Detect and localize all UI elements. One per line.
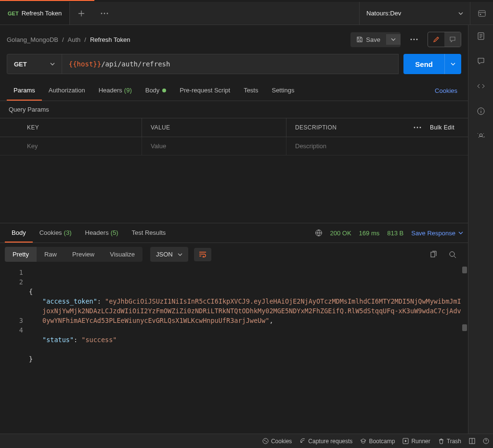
tab-body[interactable]: Body — [139, 81, 173, 101]
send-button[interactable]: Send — [403, 54, 444, 74]
breadcrumb-root[interactable]: Golang_MongoDB — [7, 36, 58, 43]
footer-runner[interactable]: Runner — [402, 438, 430, 445]
cookie-icon — [262, 438, 269, 444]
svg-point-1 — [104, 13, 105, 14]
send-dropdown-button[interactable] — [444, 54, 461, 74]
footer-layout-button[interactable] — [469, 438, 475, 444]
comments-button[interactable] — [477, 57, 485, 65]
footer-cookies[interactable]: Cookies — [262, 438, 292, 445]
line-wrap-button[interactable] — [194, 248, 211, 261]
th-key: KEY — [0, 118, 142, 137]
url-input[interactable]: {{host}}/api/auth/refresh — [62, 54, 399, 74]
breadcrumb-sep: / — [62, 36, 64, 43]
url-path: /api/auth/refresh — [101, 60, 170, 68]
chevron-down-icon — [178, 253, 182, 256]
resp-tab-body[interactable]: Body — [5, 223, 33, 243]
footer-help-button[interactable] — [483, 438, 489, 444]
footer-trash[interactable]: Trash — [438, 438, 461, 445]
tab-headers[interactable]: Headers (9) — [92, 81, 139, 101]
footer-bootcamp[interactable]: Bootcamp — [360, 438, 395, 445]
resp-tab-headers[interactable]: Headers (5) — [78, 223, 125, 243]
tab-authorization[interactable]: Authorization — [42, 81, 92, 101]
view-preview[interactable]: Preview — [65, 247, 102, 262]
pencil-icon — [433, 36, 440, 43]
breadcrumb-folder[interactable]: Auth — [68, 36, 81, 43]
environment-selector[interactable]: Natours:Dev — [359, 2, 470, 25]
response-size: 813 B — [387, 230, 403, 237]
body-modified-dot — [162, 89, 166, 92]
environment-name: Natours:Dev — [366, 10, 401, 17]
tab-tests[interactable]: Tests — [237, 81, 265, 101]
response-time: 169 ms — [359, 230, 380, 237]
resp-tab-cookies[interactable]: Cookies (3) — [33, 223, 78, 243]
svg-rect-12 — [431, 252, 435, 257]
resp-tab-test-results[interactable]: Test Results — [125, 223, 173, 243]
help-icon — [483, 438, 489, 444]
tab-overflow-button[interactable] — [93, 2, 116, 25]
response-body[interactable]: { "access_token": "eyJhbGciOiJSUzI1NiIsI… — [29, 266, 468, 434]
panes-icon — [469, 438, 475, 444]
svg-point-8 — [414, 127, 415, 128]
svg-point-7 — [416, 39, 418, 40]
comment-mode-button[interactable] — [444, 32, 461, 47]
network-icon[interactable] — [315, 229, 323, 237]
svg-point-2 — [107, 13, 108, 14]
svg-point-19 — [266, 441, 267, 442]
copy-icon — [429, 251, 437, 258]
th-value: VALUE — [142, 118, 286, 137]
view-visualize[interactable]: Visualize — [102, 247, 143, 262]
view-raw[interactable]: Raw — [37, 247, 65, 262]
http-method-label: GET — [14, 61, 27, 68]
svg-point-20 — [301, 442, 302, 443]
response-status: 200 OK — [330, 230, 351, 237]
svg-point-18 — [264, 440, 265, 441]
tab-settings[interactable]: Settings — [265, 81, 301, 101]
cookies-link[interactable]: Cookies — [435, 87, 461, 94]
tab-prerequest[interactable]: Pre-request Script — [173, 81, 237, 101]
params-empty-row[interactable]: Key Value Description — [0, 137, 468, 155]
tab-params[interactable]: Params — [7, 81, 42, 101]
param-value-input[interactable]: Value — [142, 137, 286, 155]
tab-title: Refresh Token — [22, 10, 62, 17]
footer-capture[interactable]: Capture requests — [299, 438, 352, 445]
save-button[interactable]: Save — [350, 32, 386, 47]
table-options-button[interactable] — [414, 127, 421, 128]
view-pretty[interactable]: Pretty — [5, 247, 37, 262]
request-more-actions-button[interactable] — [405, 35, 423, 44]
param-key-input[interactable]: Key — [0, 137, 142, 155]
search-response-button[interactable] — [449, 251, 456, 258]
svg-point-10 — [420, 127, 421, 128]
chevron-down-icon — [458, 12, 463, 15]
wrap-icon — [199, 252, 207, 257]
build-mode-button[interactable] — [428, 32, 444, 47]
save-dropdown-button[interactable] — [386, 34, 401, 45]
svg-point-17 — [263, 438, 268, 444]
new-tab-button[interactable] — [70, 2, 93, 25]
code-snippet-button[interactable] — [477, 82, 485, 90]
params-table-header: KEY VALUE DESCRIPTION Bulk Edit — [0, 118, 468, 137]
tab-method-label: GET — [8, 11, 19, 16]
http-method-selector[interactable]: GET — [7, 54, 62, 74]
svg-point-0 — [101, 13, 103, 14]
save-response-button[interactable]: Save Response — [411, 230, 463, 237]
svg-point-4 — [480, 13, 481, 15]
tab-refresh-token[interactable]: GET Refresh Token — [0, 2, 70, 25]
breadcrumb-sep: / — [84, 36, 86, 43]
info-button[interactable] — [477, 107, 485, 115]
breadcrumb-current: Refresh Token — [90, 36, 130, 43]
documentation-button[interactable] — [477, 32, 485, 40]
line-gutter: 1 2 3 4 — [0, 266, 29, 434]
svg-point-13 — [450, 252, 454, 256]
query-params-heading: Query Params — [0, 101, 468, 118]
copy-response-button[interactable] — [429, 251, 437, 258]
svg-point-5 — [411, 39, 412, 40]
comment-icon — [449, 36, 456, 43]
svg-point-6 — [414, 39, 415, 40]
response-format-selector[interactable]: JSON — [150, 247, 188, 262]
related-button[interactable] — [477, 132, 485, 141]
svg-rect-3 — [479, 11, 485, 16]
bulk-edit-button[interactable]: Bulk Edit — [430, 124, 454, 131]
environment-quicklook-button[interactable] — [470, 2, 493, 25]
search-icon — [449, 251, 456, 258]
param-desc-input[interactable]: Description — [286, 137, 468, 155]
